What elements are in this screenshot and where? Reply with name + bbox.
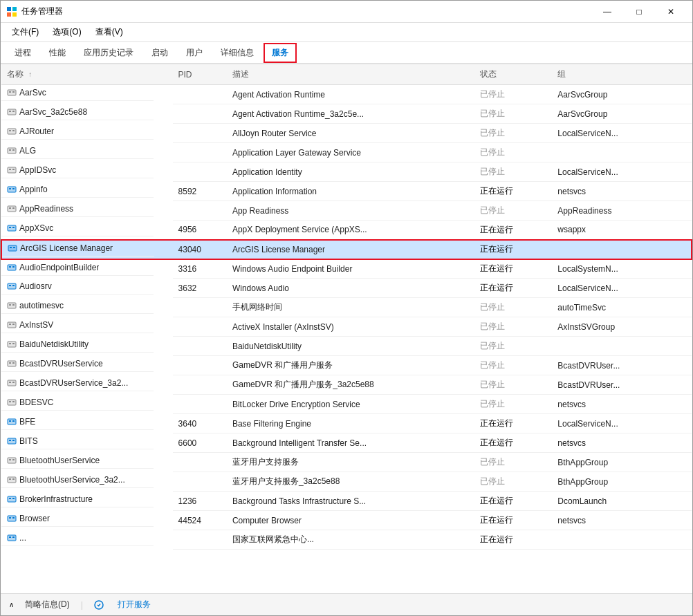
service-name-text: ... [19,533,26,543]
table-row[interactable]: Audiosrv3632Windows Audio正在运行LocalServic… [1,279,692,298]
service-pid-cell: 4956 [173,221,227,240]
service-group-cell: netsvcs [552,395,692,414]
table-row[interactable]: ALGApplication Layer Gateway Service已停止 [1,143,692,162]
tab-startup[interactable]: 启动 [143,43,176,63]
tab-users[interactable]: 用户 [178,43,211,63]
col-header-name[interactable]: 名称 ↑ [1,64,173,85]
svg-rect-15 [12,130,15,131]
service-group-cell: LocalSystemN... [552,259,692,279]
table-row[interactable]: AarSvc_3a2c5e88Agent Activation Runtime_… [1,104,692,124]
menu-view[interactable]: 查看(V) [90,24,129,41]
service-name-text: AJRouter [19,127,54,136]
service-name-text: BluetoothUserService [19,456,100,465]
service-icon [7,88,17,97]
service-group-cell [552,530,692,550]
svg-rect-4 [8,90,16,95]
col-header-pid[interactable]: PID [173,64,227,85]
status-separator: | [81,600,83,610]
col-header-desc[interactable]: 描述 [227,64,474,85]
svg-rect-59 [12,343,15,344]
service-icon [7,475,17,485]
table-row[interactable]: autotimesvc手机网络时间已停止autoTimeSvc [1,298,692,317]
table-row[interactable]: AJRouterAllJoyn Router Service已停止LocalSe… [1,124,692,143]
service-pid-cell [173,143,227,162]
col-header-status[interactable]: 状态 [474,64,552,85]
service-group-cell: BthAppGroup [552,472,692,492]
service-name-text: ArcGIS License Manager [20,243,113,253]
tab-details[interactable]: 详细信息 [212,43,262,63]
service-desc-cell: Background Intelligent Transfer Se... [227,433,474,453]
service-name-text: BDESVC [19,398,53,407]
table-row[interactable]: Browser44524Computer Browser正在运行netsvcs [1,511,692,530]
open-services-button[interactable]: 打开服务 [118,599,151,610]
table-row[interactable]: BluetoothUserService_3a2...蓝牙用户支持服务_3a2c… [1,472,692,492]
service-name-text: BcastDVRUserService [19,359,103,368]
table-row[interactable]: Appinfo8592Application Information正在运行ne… [1,182,692,201]
table-row[interactable]: BluetoothUserService蓝牙用户支持服务已停止BthAppGro… [1,453,692,472]
tab-services[interactable]: 服务 [264,43,297,63]
table-row[interactable]: BaiduNetdiskUtilityBaiduNetdiskUtility已停… [1,337,692,356]
menu-options[interactable]: 选项(O) [47,24,86,41]
svg-rect-52 [8,322,16,328]
table-row[interactable]: BDESVCBitLocker Drive Encryption Service… [1,395,692,414]
tab-app-history[interactable]: 应用历史记录 [75,43,142,63]
service-desc-cell: BitLocker Drive Encryption Service [227,395,474,414]
service-status-cell: 已停止 [474,395,552,414]
service-icon [7,359,17,368]
table-row[interactable]: AppReadinessApp Readiness已停止AppReadiness [1,201,692,221]
tab-process[interactable]: 进程 [6,43,39,63]
svg-rect-6 [9,91,11,93]
tab-performance[interactable]: 性能 [41,43,74,63]
table-row[interactable]: BcastDVRUserService_3a2...GameDVR 和广播用户服… [1,375,692,395]
svg-rect-83 [12,459,15,460]
status-bar: ∧ 简略信息(D) | 打开服务 [1,593,692,615]
table-body: AarSvcAgent Activation Runtime已停止AarSvcG… [1,85,692,550]
summary-toggle[interactable]: 简略信息(D) [25,599,70,610]
table-row[interactable]: AarSvcAgent Activation Runtime已停止AarSvcG… [1,85,692,104]
service-icon [8,243,17,253]
service-icon [7,301,17,310]
service-desc-cell: Agent Activation Runtime_3a2c5e... [227,104,474,124]
service-status-cell: 已停止 [474,298,552,317]
service-name-cell: AppReadiness [1,201,154,217]
service-name-cell: Appinfo [1,182,154,198]
service-desc-cell: Application Identity [227,162,474,182]
service-name-cell: AarSvc_3a2c5e88 [1,104,154,120]
service-icon [7,107,17,117]
service-pid-cell [173,85,227,104]
service-group-cell: BcastDVRUser... [552,375,692,395]
svg-rect-96 [8,535,16,541]
service-name-cell: BITS [1,433,154,449]
table-row[interactable]: AppXSvc4956AppX Deployment Service (AppX… [1,221,692,240]
service-name-cell: AppXSvc [1,221,154,236]
service-name-cell: AxInstSV [1,317,154,333]
maximize-button[interactable]: □ [623,1,655,23]
col-header-group[interactable]: 组 [552,64,692,85]
table-row[interactable]: BFE3640Base Filtering Engine正在运行LocalSer… [1,414,692,433]
menu-file[interactable]: 文件(F) [6,24,44,41]
table-row[interactable]: BITS6600Background Intelligent Transfer … [1,433,692,453]
svg-rect-70 [9,401,11,402]
svg-rect-88 [8,496,16,502]
service-name-text: BITS [19,436,38,446]
svg-rect-63 [12,362,15,364]
service-name-text: Appinfo [19,185,48,194]
service-icon [7,281,17,291]
service-desc-cell: BaiduNetdiskUtility [227,337,474,356]
svg-rect-58 [9,343,11,344]
table-row[interactable]: AudioEndpointBuilder3316Windows Audio En… [1,259,692,279]
minimize-button[interactable]: — [591,1,623,23]
table-row[interactable]: AxInstSVActiveX Installer (AxInstSV)已停止A… [1,317,692,337]
table-row[interactable]: AppIDSvcApplication Identity已停止LocalServ… [1,162,692,182]
service-name-cell: BDESVC [1,395,154,411]
svg-rect-75 [12,420,15,422]
services-table-container[interactable]: 名称 ↑ PID 描述 状态 组 AarSvcAgent Activation … [1,64,692,593]
close-button[interactable]: ✕ [655,1,687,23]
service-icon [7,494,17,504]
table-row[interactable]: ArcGIS License Manager43040ArcGIS Licens… [1,240,692,259]
table-row[interactable]: ...国家互联网紧急中心...正在运行 [1,530,692,550]
service-name-text: Audiosrv [19,281,52,291]
table-row[interactable]: BrokerInfrastructure1236Background Tasks… [1,492,692,511]
table-row[interactable]: BcastDVRUserServiceGameDVR 和广播用户服务已停止Bca… [1,356,692,375]
svg-rect-1 [12,7,17,11]
